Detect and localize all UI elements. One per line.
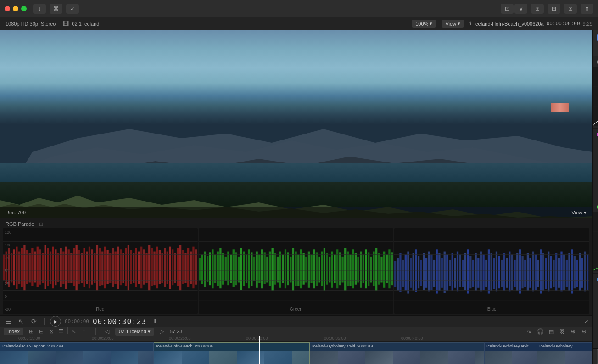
ripple-icon[interactable]: ⊕ bbox=[569, 327, 577, 336]
svg-rect-147 bbox=[357, 257, 359, 283]
svg-rect-196 bbox=[470, 256, 472, 288]
svg-rect-178 bbox=[423, 253, 425, 290]
select-icon[interactable]: ↖ bbox=[17, 317, 26, 326]
timeline-tracks[interactable]: Iceland-Glacier-Lagoon_v000494 Iceland-H… bbox=[0, 341, 592, 364]
waveform-blue-panel: Blue bbox=[394, 228, 589, 314]
layout2-icon[interactable]: ⊠ bbox=[47, 327, 56, 336]
preview-view-btn[interactable]: View ▾ bbox=[571, 210, 587, 216]
svg-rect-229 bbox=[555, 253, 557, 291]
audio-wave-icon[interactable]: ∿ bbox=[525, 327, 533, 336]
clip-3-thumbs bbox=[310, 351, 484, 364]
pause-icon[interactable]: ⏸ bbox=[150, 317, 159, 326]
key-icon[interactable]: ⌘ bbox=[50, 4, 62, 14]
clip-info: 🎞 02.1 Iceland bbox=[63, 20, 99, 27]
clip-glacier-lagoon[interactable]: Iceland-Glacier-Lagoon_v000494 bbox=[0, 342, 154, 364]
close-button[interactable] bbox=[5, 6, 10, 11]
svg-rect-224 bbox=[542, 253, 544, 291]
timecode-left: 00:00:00 bbox=[65, 319, 89, 325]
svg-rect-97 bbox=[227, 252, 229, 286]
layout-view-icon[interactable]: ⊟ bbox=[37, 327, 45, 336]
zoom-control[interactable]: 100% ▾ bbox=[412, 20, 436, 28]
filmstrip-icon[interactable]: ⊞ bbox=[27, 327, 35, 336]
expand-icon[interactable]: ⤢ bbox=[584, 319, 588, 325]
thumb bbox=[537, 351, 565, 364]
magenta-header: MAGENTA ▾ ✏ ↺ bbox=[593, 131, 598, 139]
prev-icon[interactable]: ◁ bbox=[103, 327, 112, 336]
svg-rect-38 bbox=[89, 247, 90, 289]
waveform-expand-icon[interactable]: ⊞ bbox=[39, 221, 43, 227]
export-icon[interactable]: ⬆ bbox=[581, 4, 593, 14]
index-button[interactable]: Index bbox=[4, 328, 23, 335]
svg-rect-238 bbox=[579, 253, 581, 291]
svg-rect-179 bbox=[425, 258, 427, 288]
thumb bbox=[138, 351, 153, 364]
svg-rect-56 bbox=[135, 248, 137, 287]
clip-name-selector[interactable]: 02.1 Iceland ▾ bbox=[115, 328, 154, 336]
monitor-icon[interactable]: ⊡ bbox=[501, 4, 514, 14]
curves-container[interactable]: LUMA ✏ ↺ bbox=[593, 56, 598, 348]
svg-rect-236 bbox=[574, 256, 576, 288]
clip-2-thumbs bbox=[154, 351, 309, 364]
svg-rect-62 bbox=[151, 248, 153, 286]
info-icon[interactable]: ℹ bbox=[469, 21, 471, 27]
layout-icon[interactable]: ⊟ bbox=[548, 4, 560, 14]
svg-rect-87 bbox=[201, 255, 203, 284]
thumb bbox=[565, 351, 592, 364]
thumb bbox=[485, 351, 512, 364]
transform-icon[interactable]: ⌃ bbox=[80, 327, 88, 336]
headphones-icon[interactable]: 🎧 bbox=[536, 327, 544, 336]
view-button[interactable]: View ▾ bbox=[442, 20, 464, 28]
ruler-container: 00:00:15:00 00:00:20:00 00:00:25:00 00:0… bbox=[0, 336, 592, 341]
svg-rect-116 bbox=[277, 257, 279, 283]
svg-rect-61 bbox=[148, 245, 150, 290]
list-icon[interactable]: ☰ bbox=[57, 327, 66, 336]
svg-rect-145 bbox=[352, 249, 354, 288]
thumb bbox=[264, 351, 292, 364]
fullscreen-button[interactable] bbox=[21, 6, 27, 11]
clip-dyrholaey2[interactable]: Iceland-Dyrholaeyiarviti_v0... bbox=[484, 342, 537, 364]
svg-rect-181 bbox=[431, 255, 433, 290]
window-icon[interactable]: ⊠ bbox=[564, 4, 577, 14]
play-button[interactable]: ▶ bbox=[50, 316, 61, 327]
monitor-chevron-icon[interactable]: ∨ bbox=[514, 4, 527, 14]
checkmark-icon[interactable]: ✓ bbox=[66, 4, 79, 14]
svg-rect-191 bbox=[457, 252, 458, 292]
svg-rect-21 bbox=[45, 245, 46, 289]
svg-rect-227 bbox=[550, 256, 552, 288]
svg-rect-240 bbox=[584, 252, 586, 292]
traffic-lights bbox=[5, 6, 27, 11]
green-curve-canvas[interactable] bbox=[593, 212, 598, 271]
rp-header: ✓ Color Curves 1 ▾ ⬆ ↺ bbox=[593, 30, 598, 45]
luma-curve-canvas[interactable] bbox=[593, 67, 598, 126]
red-channel-label: Red bbox=[96, 307, 104, 312]
ruler-playhead bbox=[259, 336, 260, 341]
video-preview[interactable]: Rec. 709 View ▾ bbox=[0, 30, 592, 218]
svg-rect-183 bbox=[436, 249, 438, 293]
minimize-button[interactable] bbox=[13, 6, 18, 11]
speed-icon[interactable]: ⟳ bbox=[29, 317, 39, 326]
clip-view-icon[interactable]: ▤ bbox=[547, 327, 555, 336]
clip-1-label: Iceland-Glacier-Lagoon_v000494 bbox=[2, 344, 63, 348]
left-panel: Rec. 709 View ▾ RGB Parade ⊞ 12010075512… bbox=[0, 30, 592, 364]
clip-dyrholaey3[interactable]: Iceland-Dyrholaey... bbox=[537, 342, 592, 364]
clip-1-thumbs bbox=[0, 351, 153, 364]
download-icon[interactable]: ↓ bbox=[33, 4, 46, 14]
arrow-icon[interactable]: ↖ bbox=[70, 327, 78, 336]
tools-icon[interactable]: ☰ bbox=[4, 317, 13, 326]
waveform-panels: 1201007551250-20 bbox=[0, 228, 592, 314]
zoom-icon[interactable]: ⊖ bbox=[580, 327, 588, 336]
next-icon[interactable]: ▷ bbox=[158, 327, 166, 336]
svg-rect-69 bbox=[169, 247, 171, 289]
green-section: GREEN ▾ ✏ ↺ bbox=[593, 201, 598, 274]
clip-id: Iceland-Hofn-Beach_v000620a bbox=[474, 21, 544, 27]
grid-icon[interactable]: ⊞ bbox=[531, 4, 544, 14]
clip-hofn-beach[interactable]: Iceland-Hofn-Beach_v000620a bbox=[154, 342, 310, 364]
svg-rect-200 bbox=[480, 252, 482, 292]
svg-rect-228 bbox=[553, 260, 555, 287]
svg-rect-231 bbox=[561, 252, 563, 292]
svg-rect-211 bbox=[509, 252, 510, 292]
blue-channel-label: Blue bbox=[487, 307, 497, 312]
svg-rect-108 bbox=[256, 252, 257, 288]
clip-dyrholaey1[interactable]: Iceland-Dyrholaeyiarviti_v000314 bbox=[310, 342, 484, 364]
link-icon[interactable]: ⛓ bbox=[558, 327, 566, 336]
